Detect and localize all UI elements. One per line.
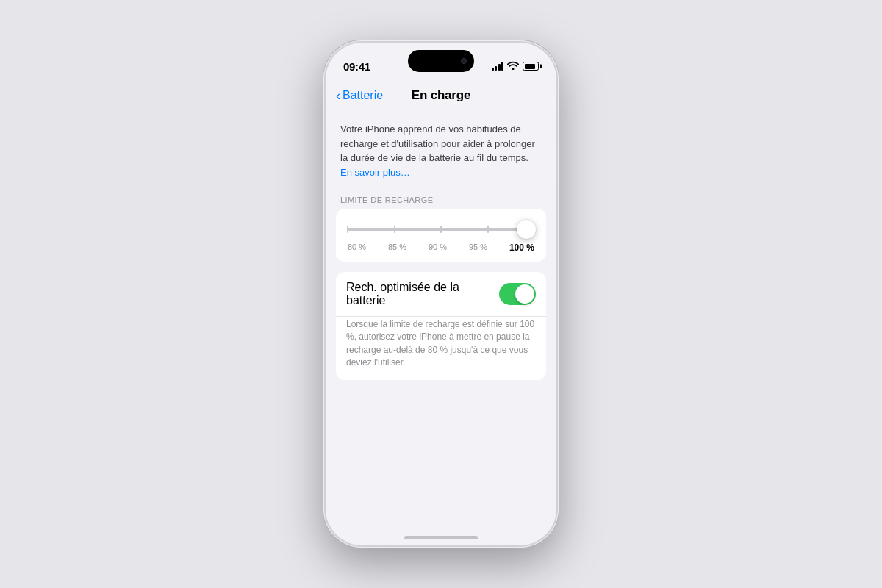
slider-label-90: 90 % bbox=[429, 243, 447, 253]
back-label: Batterie bbox=[343, 89, 383, 102]
toggle-label: Rech. optimisée de la batterie bbox=[346, 281, 499, 307]
back-button[interactable]: ‹ Batterie bbox=[336, 89, 383, 102]
home-indicator bbox=[326, 525, 556, 545]
slider-track[interactable] bbox=[348, 228, 534, 231]
optimized-charging-section: Rech. optimisée de la batterie Lorsque l… bbox=[336, 272, 546, 380]
phone-screen: 09:41 bbox=[326, 43, 556, 545]
signal-icon bbox=[492, 62, 504, 71]
charge-limit-slider-card: 80 % 85 % 90 % 95 % 100 % bbox=[336, 209, 546, 262]
slider-tick-80 bbox=[347, 226, 348, 233]
battery-fill bbox=[525, 64, 535, 69]
content-area: Votre iPhone apprend de vos habitudes de… bbox=[326, 112, 556, 525]
slider-labels: 80 % 85 % 90 % 95 % 100 % bbox=[348, 243, 534, 253]
optimized-charging-toggle[interactable] bbox=[499, 283, 536, 305]
slider-container[interactable] bbox=[348, 219, 534, 240]
section-header: LIMITE DE RECHARGE bbox=[326, 191, 556, 209]
dynamic-island-dot bbox=[461, 58, 467, 64]
toggle-description: Lorsque la limite de recharge est défini… bbox=[336, 316, 546, 380]
toggle-row: Rech. optimisée de la batterie bbox=[336, 272, 546, 316]
dynamic-island bbox=[408, 50, 474, 72]
slider-thumb[interactable] bbox=[517, 220, 536, 239]
learn-more-link[interactable]: En savoir plus… bbox=[340, 167, 410, 178]
status-time: 09:41 bbox=[343, 60, 370, 73]
home-bar bbox=[404, 536, 478, 539]
back-chevron-icon: ‹ bbox=[336, 89, 340, 102]
slider-fill bbox=[348, 228, 525, 231]
status-bar: 09:41 bbox=[326, 43, 556, 79]
phone-frame: 09:41 bbox=[323, 40, 559, 548]
nav-bar: ‹ Batterie En charge bbox=[326, 79, 556, 112]
slider-label-85: 85 % bbox=[388, 243, 406, 253]
description-text: Votre iPhone apprend de vos habitudes de… bbox=[340, 122, 542, 179]
toggle-section: Rech. optimisée de la batterie bbox=[336, 272, 546, 316]
battery-icon bbox=[523, 62, 539, 71]
status-icons bbox=[492, 61, 539, 71]
page-title: En charge bbox=[412, 88, 470, 103]
slider-label-95: 95 % bbox=[469, 243, 487, 253]
wifi-icon bbox=[507, 61, 519, 71]
slider-label-100: 100 % bbox=[509, 243, 534, 253]
slider-tick-90 bbox=[440, 226, 442, 233]
slider-tick-85 bbox=[394, 226, 395, 233]
toggle-knob bbox=[515, 284, 534, 304]
slider-label-80: 80 % bbox=[348, 243, 366, 253]
slider-tick-95 bbox=[487, 226, 489, 233]
description-section: Votre iPhone apprend de vos habitudes de… bbox=[326, 112, 556, 191]
